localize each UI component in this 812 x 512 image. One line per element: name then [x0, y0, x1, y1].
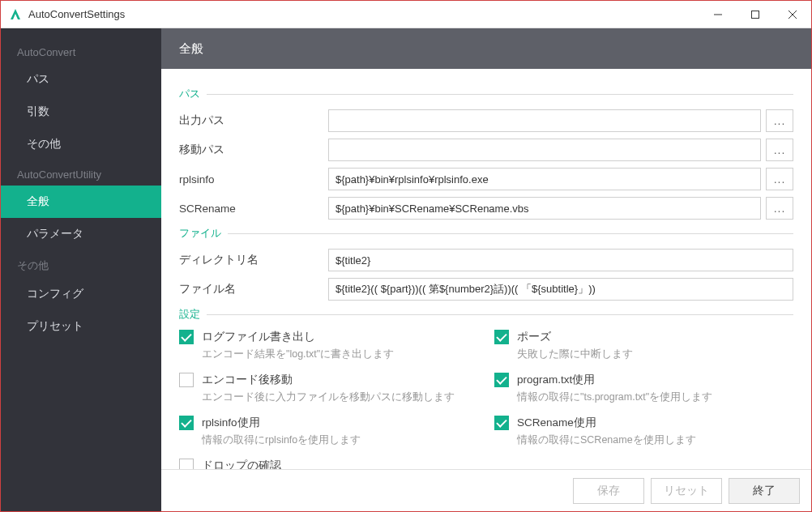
sidebar-item-preset[interactable]: プリセット: [1, 310, 161, 343]
section-title: パス: [179, 87, 200, 101]
checkbox-encode-move[interactable]: エンコード後移動 エンコード後に入力ファイルを移動パスに移動します: [179, 373, 478, 404]
field-label: ディレクトリ名: [179, 253, 328, 267]
checkbox-desc: 情報の取得にSCRenameを使用します: [517, 433, 793, 447]
field-label: 移動パス: [179, 143, 328, 157]
sidebar: AutoConvert パス 引数 その他 AutoConvertUtility…: [1, 28, 161, 511]
svg-rect-1: [752, 11, 759, 18]
sidebar-item-parameter[interactable]: パラメータ: [1, 218, 161, 250]
checkbox-label: ドロップの確認: [202, 459, 281, 469]
section-title: 設定: [179, 307, 200, 322]
window-title: AutoConvertSettings: [28, 8, 699, 20]
footer: 保存 リセット 終了: [161, 469, 811, 511]
checkbox-desc: 情報の取得にrplsinfoを使用します: [202, 433, 478, 447]
close-button-footer[interactable]: 終了: [729, 478, 800, 504]
checkbox-desc: エンコード後に入力ファイルを移動パスに移動します: [202, 390, 478, 404]
divider: [207, 94, 793, 95]
sidebar-item-args[interactable]: 引数: [1, 96, 161, 128]
field-label: 出力パス: [179, 113, 328, 128]
checkbox-icon[interactable]: [179, 416, 194, 430]
file-name-input[interactable]: [328, 278, 793, 301]
browse-button[interactable]: ...: [766, 197, 793, 220]
checkbox-rplsinfo-use[interactable]: rplsinfo使用 情報の取得にrplsinfoを使用します: [179, 416, 478, 447]
divider: [228, 233, 793, 234]
browse-button[interactable]: ...: [766, 109, 793, 132]
row-move-path: 移動パス ...: [179, 139, 793, 161]
minimize-button[interactable]: [699, 1, 737, 28]
checkbox-icon[interactable]: [494, 373, 509, 387]
move-path-input[interactable]: [328, 139, 761, 161]
sidebar-group: AutoConvertUtility: [1, 160, 161, 186]
checkbox-pause[interactable]: ポーズ 失敗した際に中断します: [494, 330, 793, 361]
sidebar-item-general[interactable]: 全般: [1, 186, 161, 218]
checkbox-log-output[interactable]: ログファイル書き出し エンコード結果を"log.txt"に書き出します: [179, 330, 478, 361]
rplsinfo-input[interactable]: [328, 168, 761, 190]
row-file-name: ファイル名: [179, 278, 793, 301]
page-title: 全般: [179, 41, 203, 57]
row-screname: SCRename ...: [179, 197, 793, 220]
sidebar-item-path[interactable]: パス: [1, 63, 161, 96]
checkbox-icon[interactable]: [494, 416, 509, 430]
sidebar-item-other1[interactable]: その他: [1, 128, 161, 160]
browse-button[interactable]: ...: [766, 168, 793, 190]
section-title: ファイル: [179, 226, 221, 241]
field-label: rplsinfo: [179, 173, 328, 186]
checkbox-icon[interactable]: [179, 459, 194, 469]
page-header: 全般: [161, 28, 811, 69]
row-output-path: 出力パス ...: [179, 109, 793, 132]
checkbox-label: SCRename使用: [517, 416, 596, 430]
checkbox-label: rplsinfo使用: [202, 416, 260, 430]
reset-button[interactable]: リセット: [651, 478, 722, 504]
directory-name-input[interactable]: [328, 249, 793, 271]
checkbox-programtxt-use[interactable]: program.txt使用 情報の取得に"ts.program.txt"を使用し…: [494, 373, 793, 404]
section-header-path: パス: [179, 87, 793, 101]
checkbox-label: ポーズ: [517, 330, 551, 344]
section-header-file: ファイル: [179, 226, 793, 241]
checkbox-icon[interactable]: [179, 330, 194, 344]
titlebar: AutoConvertSettings: [1, 1, 811, 28]
output-path-input[interactable]: [328, 109, 761, 132]
checkbox-screname-use[interactable]: SCRename使用 情報の取得にSCRenameを使用します: [494, 416, 793, 447]
checkbox-label: エンコード後移動: [202, 373, 293, 387]
checkbox-drop-confirm[interactable]: ドロップの確認: [179, 459, 478, 469]
checkbox-icon[interactable]: [179, 373, 194, 387]
sidebar-group: その他: [1, 250, 161, 278]
save-button[interactable]: 保存: [573, 478, 644, 504]
row-directory-name: ディレクトリ名: [179, 249, 793, 271]
sidebar-group: AutoConvert: [1, 38, 161, 63]
checkbox-icon[interactable]: [494, 330, 509, 344]
checkbox-desc: 失敗した際に中断します: [517, 348, 793, 361]
section-header-settings: 設定: [179, 307, 793, 322]
app-icon: [9, 8, 22, 21]
checkbox-label: program.txt使用: [517, 373, 595, 387]
sidebar-item-config[interactable]: コンフィグ: [1, 278, 161, 310]
maximize-button[interactable]: [737, 1, 774, 28]
screname-input[interactable]: [328, 197, 761, 220]
checkbox-desc: エンコード結果を"log.txt"に書き出します: [202, 348, 478, 361]
row-rplsinfo: rplsinfo ...: [179, 168, 793, 190]
close-button[interactable]: [774, 1, 811, 28]
field-label: SCRename: [179, 203, 328, 215]
checkbox-desc: 情報の取得に"ts.program.txt"を使用します: [517, 390, 793, 404]
form-scroll[interactable]: パス 出力パス ... 移動パス ...: [161, 69, 811, 469]
field-label: ファイル名: [179, 282, 328, 297]
divider: [207, 314, 793, 315]
browse-button[interactable]: ...: [766, 139, 793, 161]
checkbox-label: ログファイル書き出し: [202, 330, 315, 344]
